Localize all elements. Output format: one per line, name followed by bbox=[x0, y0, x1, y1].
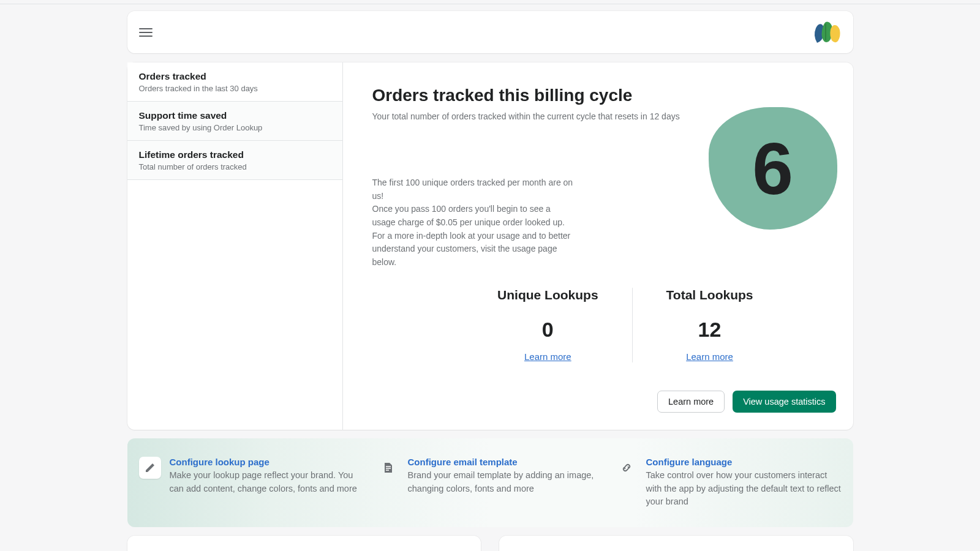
config-email-template: Configure email template Brand your emai… bbox=[377, 457, 603, 509]
content-area: Orders tracked this billing cycle Your t… bbox=[343, 62, 853, 430]
sidebar: Orders tracked Orders tracked in the las… bbox=[127, 62, 343, 430]
sidebar-item-subtitle: Orders tracked in the last 30 days bbox=[139, 84, 331, 93]
sidebar-item-title: Orders tracked bbox=[139, 71, 331, 82]
bottom-cards-row bbox=[127, 536, 853, 551]
bottom-card-left bbox=[127, 536, 481, 551]
description-line-1: The first 100 unique orders tracked per … bbox=[372, 178, 573, 201]
description-line-3: For a more in-depth look at your usage a… bbox=[372, 231, 571, 267]
learn-more-link[interactable]: Learn more bbox=[524, 351, 571, 362]
sidebar-item-support-time[interactable]: Support time saved Time saved by using O… bbox=[127, 102, 342, 141]
config-content: Configure language Take control over how… bbox=[646, 457, 842, 509]
page-title: Orders tracked this billing cycle bbox=[372, 86, 836, 105]
page-container: Orders tracked Orders tracked in the las… bbox=[127, 4, 853, 551]
stat-value: 12 bbox=[666, 318, 753, 342]
stat-label: Total Lookups bbox=[666, 288, 753, 302]
config-title-link[interactable]: Configure email template bbox=[408, 457, 603, 467]
count-blob: 6 bbox=[709, 107, 837, 230]
stat-total-lookups: Total Lookups 12 Learn more bbox=[633, 288, 787, 362]
config-description: Make your lookup page reflect your brand… bbox=[170, 469, 365, 496]
stat-label: Unique Lookups bbox=[497, 288, 598, 302]
orders-count-value: 6 bbox=[752, 126, 793, 211]
view-usage-button[interactable]: View usage statistics bbox=[733, 391, 835, 413]
header-bar bbox=[127, 11, 853, 53]
menu-icon[interactable] bbox=[139, 26, 153, 39]
sidebar-item-orders-tracked[interactable]: Orders tracked Orders tracked in the las… bbox=[127, 62, 342, 102]
stat-unique-lookups: Unique Lookups 0 Learn more bbox=[464, 288, 633, 362]
document-icon bbox=[377, 457, 399, 479]
config-title-link[interactable]: Configure lookup page bbox=[170, 457, 365, 467]
config-description: Take control over how your customers int… bbox=[646, 469, 842, 509]
sidebar-item-subtitle: Time saved by using Order Lookup bbox=[139, 123, 331, 132]
sidebar-item-title: Lifetime orders tracked bbox=[139, 149, 331, 160]
link-icon bbox=[616, 457, 638, 479]
config-content: Configure lookup page Make your lookup p… bbox=[170, 457, 365, 509]
main-panel: Orders tracked Orders tracked in the las… bbox=[127, 62, 853, 430]
bottom-card-right bbox=[499, 536, 853, 551]
sidebar-item-lifetime[interactable]: Lifetime orders tracked Total number of … bbox=[127, 141, 342, 180]
orders-count-badge: 6 bbox=[709, 107, 837, 230]
sidebar-item-title: Support time saved bbox=[139, 110, 331, 121]
description-line-2: Once you pass 100 orders you'll begin to… bbox=[372, 204, 565, 227]
learn-more-link[interactable]: Learn more bbox=[686, 351, 733, 362]
config-content: Configure email template Brand your emai… bbox=[408, 457, 603, 509]
config-banner: Configure lookup page Make your lookup p… bbox=[127, 438, 853, 527]
lookup-stats: Unique Lookups 0 Learn more Total Lookup… bbox=[372, 288, 836, 362]
stat-value: 0 bbox=[497, 318, 598, 342]
top-divider bbox=[0, 0, 980, 4]
learn-more-button[interactable]: Learn more bbox=[657, 391, 725, 413]
config-title-link[interactable]: Configure language bbox=[646, 457, 842, 467]
config-lookup-page: Configure lookup page Make your lookup p… bbox=[139, 457, 365, 509]
pencil-icon bbox=[139, 457, 161, 479]
usage-description: The first 100 unique orders tracked per … bbox=[372, 176, 575, 269]
sidebar-item-subtitle: Total number of orders tracked bbox=[139, 162, 331, 171]
action-buttons: Learn more View usage statistics bbox=[372, 391, 836, 413]
app-logo bbox=[812, 21, 842, 44]
config-language: Configure language Take control over how… bbox=[616, 457, 842, 509]
config-description: Brand your email template by adding an i… bbox=[408, 469, 603, 496]
